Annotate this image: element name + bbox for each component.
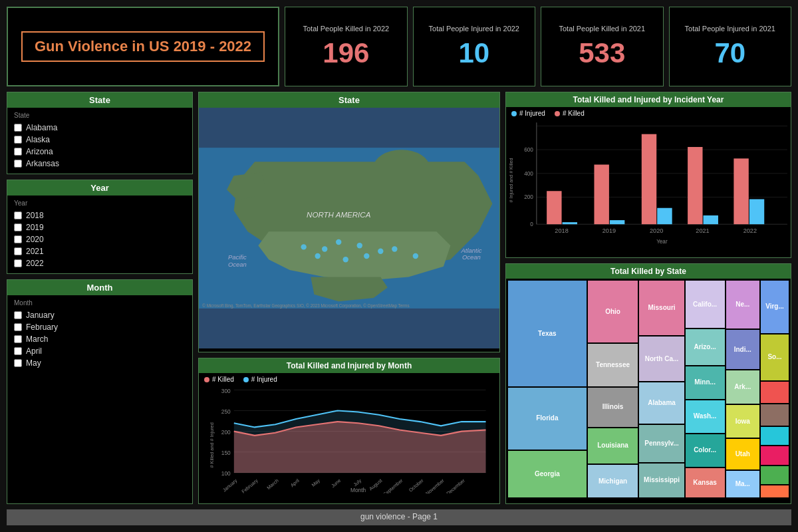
- treemap-cell[interactable]: Ma...: [726, 471, 759, 498]
- map-label-north-america: NORTH AMERICA: [307, 211, 371, 219]
- state-item-alabama[interactable]: Alabama: [14, 122, 186, 134]
- treemap-cell[interactable]: [761, 382, 789, 403]
- treemap-cell[interactable]: Arizo...: [686, 329, 725, 364]
- year-label-2018: 2018: [26, 211, 44, 220]
- treemap-cell[interactable]: North Ca...: [639, 336, 684, 381]
- dashboard: Gun Violence in US 2019 - 2022 Total Peo…: [0, 0, 798, 532]
- legend-killed-label: # Killed: [212, 376, 234, 383]
- state-checkbox-alabama[interactable]: [14, 124, 22, 132]
- svg-text:Month: Month: [350, 487, 366, 493]
- map-dot-1: [336, 239, 341, 245]
- treemap-cell[interactable]: Ark...: [726, 370, 759, 404]
- treemap-cell[interactable]: Michigan: [588, 465, 638, 497]
- svg-text:200: 200: [221, 429, 231, 436]
- state-item-arizona[interactable]: Arizona: [14, 146, 186, 158]
- kpi-injured-2022-value: 10: [458, 37, 489, 69]
- treemap-cell[interactable]: Texas: [508, 281, 587, 386]
- treemap-cell[interactable]: Illinois: [588, 388, 638, 427]
- treemap-cell[interactable]: Georgia: [508, 451, 587, 497]
- month-item-april[interactable]: April: [14, 345, 186, 357]
- month-checkbox-march[interactable]: [14, 335, 22, 343]
- year-item-2021[interactable]: 2021: [14, 245, 186, 257]
- month-label-march: March: [26, 334, 48, 344]
- svg-text:150: 150: [221, 450, 231, 456]
- year-subheader: Year: [14, 200, 186, 207]
- svg-text:August: August: [368, 477, 383, 491]
- year-item-2020[interactable]: 2020: [14, 233, 186, 245]
- state-item-arkansas[interactable]: Arkansas: [14, 158, 186, 170]
- kpi-killed-2022-value: 196: [323, 37, 369, 69]
- treemap-cell[interactable]: Virg...: [761, 281, 789, 333]
- main-row: State State Alabama Alaska Arizona: [7, 92, 791, 504]
- line-chart-box: Total Killed and Injured by Month # Kill…: [198, 358, 500, 504]
- year-item-2022[interactable]: 2022: [14, 257, 186, 269]
- treemap-cell[interactable]: Minn...: [686, 366, 725, 399]
- year-checkbox-2022[interactable]: [14, 259, 22, 267]
- legend-injured-dot: [243, 377, 249, 382]
- month-filter-header: Month: [7, 280, 192, 295]
- treemap-cell[interactable]: Ne...: [726, 281, 759, 329]
- treemap-cell[interactable]: [761, 446, 789, 464]
- map-dot-4: [378, 248, 383, 253]
- treemap-cell[interactable]: [761, 466, 789, 484]
- treemap-cell[interactable]: Pennsylv...: [639, 425, 684, 462]
- map-dot-7: [343, 257, 348, 262]
- treemap-cell[interactable]: Iowa: [726, 405, 759, 438]
- treemap-cell[interactable]: Florida: [508, 388, 587, 450]
- treemap-cell[interactable]: Color...: [686, 434, 725, 467]
- treemap-header: Total Killed by State: [506, 264, 791, 279]
- year-checkbox-2020[interactable]: [14, 235, 22, 243]
- state-label-arkansas: Arkansas: [26, 159, 59, 168]
- month-label-april: April: [26, 346, 42, 356]
- month-filter-body: Month January February March: [7, 295, 192, 373]
- treemap-cell[interactable]: Utah: [726, 439, 759, 469]
- treemap-content: TexasFloridaGeorgiaOhioTennesseeIllinois…: [506, 279, 791, 499]
- month-item-february[interactable]: February: [14, 321, 186, 333]
- month-checkbox-february[interactable]: [14, 323, 22, 331]
- map-dot-6: [413, 253, 418, 259]
- treemap-cell[interactable]: Missouri: [639, 281, 684, 335]
- month-checkbox-january[interactable]: [14, 311, 22, 319]
- map-dot-10: [392, 246, 397, 251]
- svg-text:March: March: [265, 477, 279, 491]
- state-checkbox-arkansas[interactable]: [14, 160, 22, 168]
- treemap-cell[interactable]: [761, 404, 789, 426]
- treemap-cell[interactable]: Kansas: [686, 468, 725, 497]
- year-checkbox-2019[interactable]: [14, 223, 22, 231]
- treemap-cell[interactable]: Califo...: [686, 281, 725, 328]
- map-dot-5: [301, 244, 306, 249]
- map-label-pacific2: Ocean: [228, 261, 247, 268]
- footer-text: gun violence - Page 1: [360, 512, 438, 521]
- bar-2019-killed: [594, 165, 608, 225]
- year-checkbox-2021[interactable]: [14, 247, 22, 255]
- treemap-cell[interactable]: [761, 485, 789, 497]
- year-item-2019[interactable]: 2019: [14, 221, 186, 233]
- year-item-2018[interactable]: 2018: [14, 209, 186, 221]
- line-chart-area: 300 250 200 150 100 # Killed and # Injur…: [199, 383, 499, 495]
- month-label-february: February: [26, 323, 58, 332]
- treemap-cell[interactable]: Louisiana: [588, 428, 638, 464]
- month-item-march[interactable]: March: [14, 333, 186, 345]
- month-checkbox-may[interactable]: [14, 359, 22, 367]
- treemap-cell[interactable]: Mississippi: [639, 464, 684, 497]
- month-item-january[interactable]: January: [14, 309, 186, 321]
- treemap-cell[interactable]: Tennessee: [588, 344, 638, 386]
- treemap-cell[interactable]: Indi...: [726, 330, 759, 369]
- state-checkbox-alaska[interactable]: [14, 136, 22, 144]
- treemap-cell[interactable]: So...: [761, 334, 789, 380]
- treemap-cell[interactable]: Alabama: [639, 382, 684, 424]
- state-item-alaska[interactable]: Alaska: [14, 134, 186, 146]
- year-checkbox-2018[interactable]: [14, 211, 22, 219]
- svg-text:300: 300: [221, 388, 231, 394]
- treemap-cell[interactable]: Wash...: [686, 400, 725, 433]
- month-item-may[interactable]: May: [14, 357, 186, 369]
- month-checkbox-april[interactable]: [14, 347, 22, 355]
- treemap-column: TexasFloridaGeorgia: [508, 281, 587, 497]
- svg-text:December: December: [445, 477, 466, 493]
- month-label-january: January: [26, 311, 55, 320]
- treemap-cell[interactable]: [761, 427, 789, 445]
- footer-bar: gun violence - Page 1: [7, 509, 791, 525]
- state-checkbox-arizona[interactable]: [14, 148, 22, 156]
- map-content: NORTH AMERICA Pacific Ocean Atlantic Oce…: [199, 108, 499, 348]
- treemap-cell[interactable]: Ohio: [588, 281, 638, 342]
